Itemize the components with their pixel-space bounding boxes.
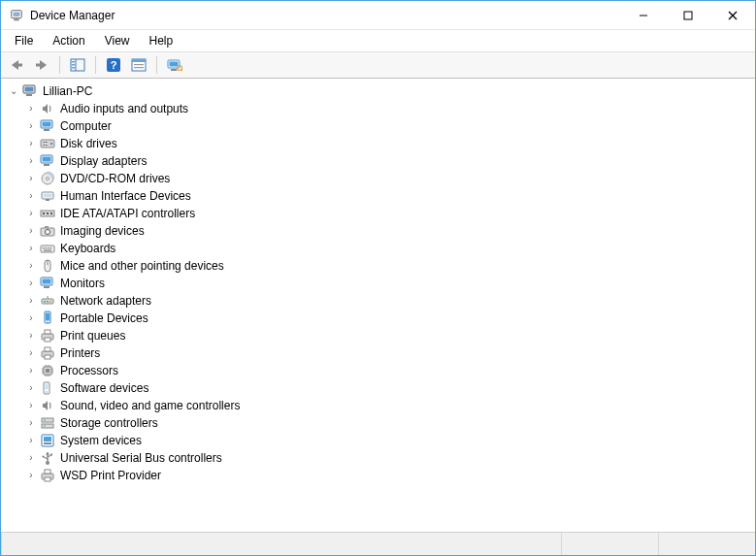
ide-icon xyxy=(40,206,55,221)
menu-action[interactable]: Action xyxy=(43,32,94,49)
tree-root-label: Lillian-PC xyxy=(43,84,92,98)
tree-category[interactable]: ›Processors xyxy=(20,362,749,379)
svg-point-39 xyxy=(47,178,49,180)
tree-category[interactable]: ›DVD/CD-ROM drives xyxy=(20,170,749,187)
tree-category-label: Sound, video and game controllers xyxy=(60,399,240,412)
expand-toggle[interactable]: › xyxy=(24,242,38,255)
svg-rect-62 xyxy=(44,301,46,303)
svg-point-32 xyxy=(50,143,53,146)
expand-toggle[interactable]: › xyxy=(24,329,38,343)
tree-category[interactable]: ›Print queues xyxy=(20,327,749,344)
expand-toggle[interactable]: › xyxy=(24,154,38,168)
svg-rect-107 xyxy=(45,477,50,481)
device-manager-window: Device Manager File Action View Help xyxy=(0,0,756,556)
expand-toggle[interactable]: › xyxy=(24,434,38,447)
disk-icon xyxy=(40,136,55,151)
svg-rect-93 xyxy=(42,424,53,428)
menu-file[interactable]: File xyxy=(5,32,43,49)
tree-category[interactable]: ›Human Interface Devices xyxy=(20,187,749,205)
svg-rect-42 xyxy=(46,199,49,201)
expand-toggle[interactable]: › xyxy=(24,189,38,203)
tree-children: ›Audio inputs and outputs›Computer›Disk … xyxy=(3,100,749,484)
tree-category-label: Human Interface Devices xyxy=(60,189,191,203)
expand-toggle[interactable]: › xyxy=(24,364,38,377)
tree-category-label: Monitors xyxy=(60,277,105,290)
svg-rect-64 xyxy=(49,301,51,303)
expand-toggle[interactable]: › xyxy=(24,399,38,412)
expand-toggle[interactable]: › xyxy=(24,416,38,430)
menu-help[interactable]: Help xyxy=(140,32,183,49)
svg-rect-52 xyxy=(46,247,48,249)
maximize-button[interactable] xyxy=(666,1,710,30)
tree-category[interactable]: ›Storage controllers xyxy=(20,414,749,432)
svg-point-104 xyxy=(42,455,44,457)
show-hide-tree-button[interactable] xyxy=(66,54,89,76)
svg-rect-22 xyxy=(171,69,177,71)
expand-toggle[interactable]: › xyxy=(24,259,38,273)
tree-category[interactable]: ›Printers xyxy=(20,344,749,362)
speaker-icon xyxy=(40,101,55,116)
tree-category[interactable]: ›Network adapters xyxy=(20,292,749,310)
properties-button[interactable] xyxy=(127,54,150,76)
tree-category[interactable]: ›Disk drives xyxy=(20,135,749,152)
expand-toggle[interactable]: › xyxy=(24,224,38,238)
tree-category[interactable]: ›System devices xyxy=(20,432,749,449)
window-title: Device Manager xyxy=(30,9,115,22)
device-tree[interactable]: ⌄ Lillian-PC ›Audio inputs and outputs›C… xyxy=(1,79,755,532)
tree-category-label: Mice and other pointing devices xyxy=(60,259,224,273)
svg-rect-19 xyxy=(134,67,144,68)
tree-category[interactable]: ›Keyboards xyxy=(20,240,749,257)
close-button[interactable] xyxy=(710,1,755,30)
expand-toggle[interactable]: › xyxy=(24,172,38,185)
expand-toggle[interactable]: › xyxy=(24,346,38,360)
expand-toggle[interactable]: › xyxy=(24,119,38,133)
printer-icon xyxy=(40,345,55,361)
expand-toggle[interactable]: › xyxy=(24,137,38,150)
tree-category[interactable]: ›Universal Serial Bus controllers xyxy=(20,449,749,467)
status-bar xyxy=(1,532,755,555)
expand-toggle[interactable]: › xyxy=(24,451,38,465)
svg-rect-70 xyxy=(45,330,50,334)
computer-icon xyxy=(22,83,38,99)
toolbar: ? xyxy=(1,51,755,79)
tree-category[interactable]: ›Audio inputs and outputs xyxy=(20,100,749,117)
tree-category[interactable]: ›Imaging devices xyxy=(20,222,749,240)
expand-toggle[interactable]: › xyxy=(24,381,38,395)
nav-forward-button[interactable] xyxy=(30,54,53,76)
toolbar-separator xyxy=(59,56,60,74)
tree-category[interactable]: ›Portable Devices xyxy=(20,310,749,327)
tree-category[interactable]: ›IDE ATA/ATAPI controllers xyxy=(20,205,749,222)
tree-category[interactable]: ›Display adapters xyxy=(20,152,749,170)
svg-rect-4 xyxy=(684,12,692,19)
svg-rect-34 xyxy=(43,145,48,146)
tree-category[interactable]: ›Computer xyxy=(20,117,749,135)
expand-toggle[interactable]: › xyxy=(24,102,38,115)
minimize-button[interactable] xyxy=(621,1,666,30)
help-button[interactable]: ? xyxy=(102,54,125,76)
expand-toggle[interactable]: › xyxy=(24,311,38,325)
tree-category[interactable]: ›Mice and other pointing devices xyxy=(20,257,749,275)
tree-category[interactable]: ›WSD Print Provider xyxy=(20,467,749,484)
svg-point-91 xyxy=(46,391,48,393)
tree-category-label: Processors xyxy=(60,364,118,377)
tree-root[interactable]: ⌄ Lillian-PC xyxy=(3,82,749,100)
tree-category[interactable]: ›Sound, video and game controllers xyxy=(20,397,749,414)
svg-rect-36 xyxy=(43,157,51,162)
network-icon xyxy=(40,293,55,309)
expand-toggle[interactable]: › xyxy=(24,207,38,220)
menu-view[interactable]: View xyxy=(95,32,140,49)
svg-rect-51 xyxy=(43,247,45,249)
svg-rect-13 xyxy=(72,67,75,69)
expand-toggle[interactable]: › xyxy=(24,277,38,290)
tree-category[interactable]: ›Monitors xyxy=(20,275,749,292)
svg-rect-74 xyxy=(45,355,50,359)
expand-toggle[interactable]: ⌄ xyxy=(7,84,20,98)
scan-hardware-button[interactable] xyxy=(163,54,186,76)
hid-icon xyxy=(40,188,55,204)
expand-toggle[interactable]: › xyxy=(24,294,38,308)
expand-toggle[interactable]: › xyxy=(24,469,38,482)
titlebar: Device Manager xyxy=(1,1,755,30)
svg-rect-54 xyxy=(50,247,52,249)
nav-back-button[interactable] xyxy=(5,54,28,76)
tree-category[interactable]: ›Software devices xyxy=(20,379,749,397)
